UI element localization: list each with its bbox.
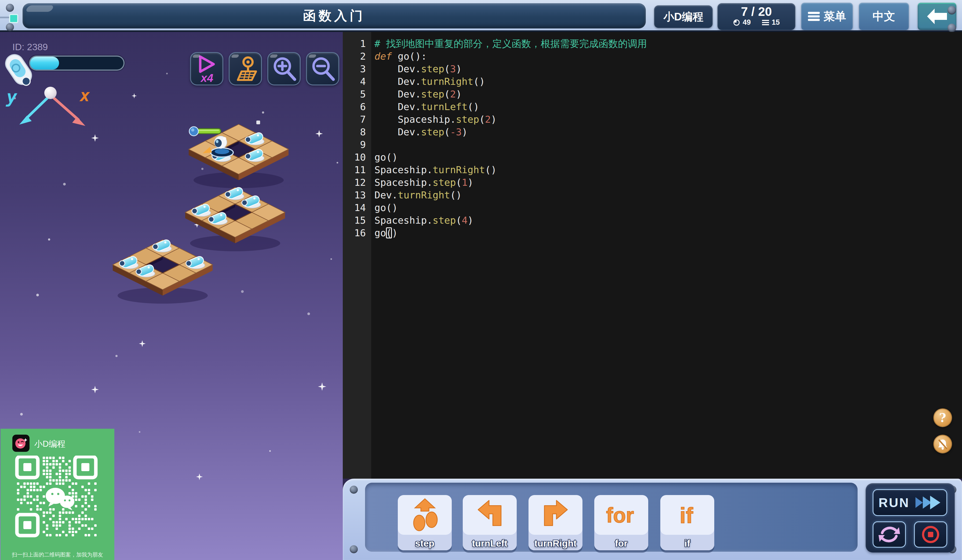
- minimap-button[interactable]: [229, 52, 262, 86]
- qr-code: [13, 455, 102, 541]
- reset-icon: [878, 524, 901, 545]
- code-line: 13Dev.turnRight(): [343, 189, 962, 201]
- code-line: 6 Dev.turnLeft(): [343, 100, 962, 113]
- svg-text:for: for: [606, 504, 634, 527]
- block-tray: stepturnLeftturnRightforforifif: [365, 483, 857, 552]
- fast-forward-icon: [915, 494, 941, 511]
- menu-label: 菜单: [823, 9, 846, 24]
- code-line: 8 Dev.step(-3): [343, 126, 962, 138]
- line-number: 3: [343, 63, 366, 75]
- block-card-label: turnRight: [528, 538, 583, 549]
- smiley-face-icon: [14, 436, 28, 450]
- play-x4-icon: x4: [194, 54, 220, 84]
- svg-text:x: x: [79, 86, 90, 105]
- app-name-label: 小D编程: [34, 438, 65, 450]
- step-icon: [398, 496, 452, 533]
- lines-count-value: 15: [772, 18, 780, 27]
- language-button[interactable]: 中文: [859, 3, 909, 30]
- qr-caption: 扫一扫上面的二维码图案，加我为朋友: [0, 551, 115, 558]
- code-line: 14go(): [343, 201, 962, 214]
- code-line: 9: [343, 138, 962, 151]
- block-card-if[interactable]: ifif: [660, 495, 714, 550]
- zoom-in-button[interactable]: [267, 52, 301, 86]
- block-card-turnRight[interactable]: turnRight: [528, 495, 583, 550]
- clock-icon: [733, 19, 740, 26]
- energy-bar-fill: [30, 56, 59, 69]
- screw-deco: [947, 24, 956, 32]
- line-number: 4: [343, 75, 366, 88]
- level-progress-button[interactable]: 7 / 20 49 15: [717, 3, 795, 30]
- line-number: 14: [343, 201, 366, 214]
- list-icon: [762, 19, 769, 26]
- line-number: 13: [343, 189, 366, 201]
- block-card-turnLeft[interactable]: turnLeft: [463, 495, 517, 550]
- brand-button[interactable]: 小D编程: [654, 5, 713, 28]
- map-pin-icon: [232, 55, 258, 83]
- block-card-for[interactable]: forfor: [594, 495, 648, 550]
- line-number: 1: [343, 37, 366, 50]
- screw-deco: [350, 545, 358, 553]
- level-progress-stats: 49 15: [717, 18, 795, 27]
- battery-icon: [0, 47, 40, 93]
- help-button[interactable]: ?: [933, 408, 952, 427]
- app-window: 函数入门 小D编程 7 / 20 49 15 菜单: [0, 0, 962, 560]
- code-line: 2def go():: [343, 50, 962, 63]
- energy-bar: [29, 56, 124, 71]
- speed-button[interactable]: x4: [190, 52, 223, 86]
- bell-muted-icon: [936, 438, 949, 450]
- timer-value: 49: [743, 18, 751, 27]
- run-button[interactable]: RUN: [873, 489, 947, 516]
- svg-text:x4: x4: [200, 72, 213, 84]
- line-number: 7: [343, 113, 366, 126]
- stop-button[interactable]: [914, 521, 947, 548]
- svg-text:if: if: [680, 503, 693, 528]
- level-progress-label: 7 / 20: [717, 4, 795, 19]
- screw-deco: [6, 4, 14, 12]
- line-number: 12: [343, 176, 366, 189]
- code-line: 5 Dev.step(2): [343, 88, 962, 100]
- health-bar: [189, 127, 221, 136]
- top-bar: 函数入门 小D编程 7 / 20 49 15 菜单: [0, 0, 962, 32]
- qr-panel: 小D编程 扫一扫上面的二维码图案，加我为朋友: [0, 429, 115, 560]
- line-number: 10: [343, 151, 366, 163]
- code-line: 11Spaceship.turnRight(): [343, 163, 962, 176]
- back-arrow-icon: [925, 7, 949, 26]
- for-icon: for: [594, 496, 648, 533]
- block-card-step[interactable]: step: [398, 495, 452, 550]
- turn-left-icon: [463, 496, 517, 533]
- mute-notifications-button[interactable]: [933, 435, 952, 453]
- zoom-out-icon: [310, 55, 336, 82]
- page-title: 函数入门: [23, 3, 646, 29]
- code-line: 15Spaceship.step(4): [343, 214, 962, 227]
- line-number: 6: [343, 100, 366, 113]
- line-number: 16: [343, 227, 366, 239]
- code-line: 7 Spaceship.step(2): [343, 113, 962, 126]
- stop-icon: [921, 525, 940, 544]
- zoom-in-icon: [271, 55, 297, 82]
- line-number: 2: [343, 50, 366, 63]
- code-line: 1# 找到地图中重复的部分，定义函数，根据需要完成函数的调用: [343, 37, 962, 50]
- led-deco: [9, 14, 18, 23]
- code-line: 16go(): [343, 227, 962, 239]
- screw-deco: [947, 6, 956, 15]
- app-icon: [12, 435, 29, 452]
- code-line: 10go(): [343, 151, 962, 163]
- line-number: 9: [343, 138, 366, 151]
- level-title-bar: 函数入门: [23, 3, 646, 29]
- code-editor[interactable]: 1# 找到地图中重复的部分，定义函数，根据需要完成函数的调用2def go():…: [343, 32, 962, 479]
- run-panel: RUN: [866, 483, 955, 552]
- screw-deco: [350, 486, 358, 494]
- zoom-out-button[interactable]: [306, 52, 339, 86]
- block-card-label: for: [594, 538, 648, 549]
- menu-button[interactable]: 菜单: [801, 3, 853, 30]
- block-toolbar: stepturnLeftturnRightforforifif RUN: [343, 479, 962, 560]
- block-card-label: step: [398, 538, 452, 549]
- reset-button[interactable]: [873, 521, 906, 548]
- hamburger-icon: [808, 11, 820, 21]
- run-label: RUN: [878, 495, 910, 510]
- block-card-label: if: [660, 538, 714, 549]
- turn-right-icon: [528, 496, 583, 533]
- if-icon: if: [660, 496, 714, 533]
- led-line-deco: [0, 17, 9, 18]
- code-line: 12Spaceship.step(1): [343, 176, 962, 189]
